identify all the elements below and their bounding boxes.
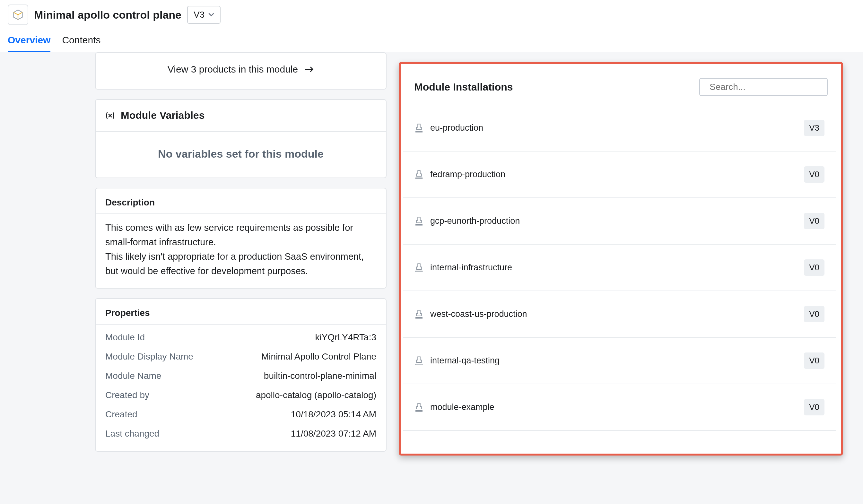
version-label: V3	[193, 10, 204, 20]
search-input[interactable]	[710, 82, 825, 92]
version-dropdown[interactable]: V3	[187, 6, 221, 24]
property-row: Module Display NameMinimal Apollo Contro…	[105, 347, 376, 366]
property-key: Module Id	[105, 332, 145, 342]
installations-list[interactable]: eu-productionV3fedramp-productionV0gcp-e…	[403, 105, 839, 451]
installation-name: internal-infrastructure	[430, 263, 512, 273]
installation-row[interactable]: internal-qa-testingV0	[403, 338, 836, 384]
page-title: Minimal apollo control plane	[34, 9, 182, 21]
properties-card: Properties Module IdkiYQrLY4RTa:3Module …	[95, 298, 387, 452]
installation-version-badge: V0	[804, 352, 825, 369]
stamp-icon	[415, 263, 423, 273]
cube-icon	[12, 9, 24, 21]
description-line-2: This likely isn't appropriate for a prod…	[105, 249, 376, 278]
stamp-icon	[415, 310, 423, 319]
property-row: Created10/18/2023 05:14 AM	[105, 405, 376, 424]
property-value: Minimal Apollo Control Plane	[261, 352, 376, 362]
property-row: Created byapollo-catalog (apollo-catalog…	[105, 386, 376, 405]
installations-search[interactable]	[699, 78, 828, 96]
installation-name: internal-qa-testing	[430, 356, 500, 366]
installations-title: Module Installations	[414, 81, 513, 93]
stamp-icon	[415, 123, 423, 133]
description-title: Description	[96, 188, 386, 214]
property-key: Module Display Name	[105, 352, 193, 362]
installation-version-badge: V3	[804, 120, 825, 136]
installation-version-badge: V0	[804, 399, 825, 415]
property-key: Created	[105, 409, 137, 419]
property-value: 10/18/2023 05:14 AM	[291, 409, 376, 419]
installation-row[interactable]: eu-productionV3	[403, 105, 836, 152]
property-row: Last changed11/08/2023 07:12 AM	[105, 424, 376, 443]
stamp-icon	[415, 170, 423, 179]
page-header: Minimal apollo control plane V3 Overview…	[0, 0, 863, 52]
variables-empty-text: No variables set for this module	[96, 131, 386, 177]
installation-version-badge: V0	[804, 260, 825, 276]
chevron-down-icon	[208, 13, 214, 17]
module-variables-card: Module Variables No variables set for th…	[95, 99, 387, 178]
installation-name: gcp-eunorth-production	[430, 216, 520, 226]
property-value: 11/08/2023 07:12 AM	[291, 429, 376, 439]
installation-row[interactable]: fedramp-productionV0	[403, 152, 836, 198]
property-value: builtin-control-plane-minimal	[264, 371, 376, 381]
installation-version-badge: V0	[804, 213, 825, 229]
installation-version-badge: V0	[804, 166, 825, 182]
installation-row[interactable]: gcp-eunorth-productionV0	[403, 198, 836, 244]
variables-title: Module Variables	[121, 110, 204, 121]
stamp-icon	[415, 356, 423, 366]
installations-panel-highlighted: Module Installations eu-productionV3fedr…	[399, 62, 843, 455]
property-value: kiYQrLY4RTa:3	[315, 332, 376, 342]
installation-name: west-coast-us-production	[430, 309, 527, 319]
description-card: Description This comes with as few servi…	[95, 188, 387, 289]
arrow-right-icon	[304, 66, 314, 73]
property-row: Module IdkiYQrLY4RTa:3	[105, 328, 376, 347]
stamp-icon	[415, 216, 423, 226]
view-products-banner[interactable]: View 3 products in this module	[95, 52, 387, 90]
variable-icon	[105, 111, 115, 121]
installation-name: eu-production	[430, 123, 483, 133]
installation-row[interactable]: west-coast-us-productionV0	[403, 291, 836, 338]
properties-title: Properties	[96, 299, 386, 325]
module-icon-badge	[8, 4, 28, 25]
stamp-icon	[415, 403, 423, 412]
description-line-1: This comes with as few service requireme…	[105, 220, 376, 249]
tab-bar: Overview Contents	[8, 29, 855, 52]
banner-text: View 3 products in this module	[167, 64, 298, 75]
property-key: Last changed	[105, 429, 159, 439]
installation-row[interactable]: internal-infrastructureV0	[403, 244, 836, 291]
property-row: Module Namebuiltin-control-plane-minimal	[105, 366, 376, 386]
installation-row[interactable]: module-exampleV0	[403, 384, 836, 431]
property-key: Created by	[105, 390, 149, 400]
installation-version-badge: V0	[804, 306, 825, 322]
installation-name: fedramp-production	[430, 169, 505, 179]
tab-contents[interactable]: Contents	[62, 29, 100, 52]
property-value: apollo-catalog (apollo-catalog)	[256, 390, 376, 400]
property-key: Module Name	[105, 371, 161, 381]
tab-overview[interactable]: Overview	[8, 29, 50, 52]
installation-name: module-example	[430, 402, 495, 412]
